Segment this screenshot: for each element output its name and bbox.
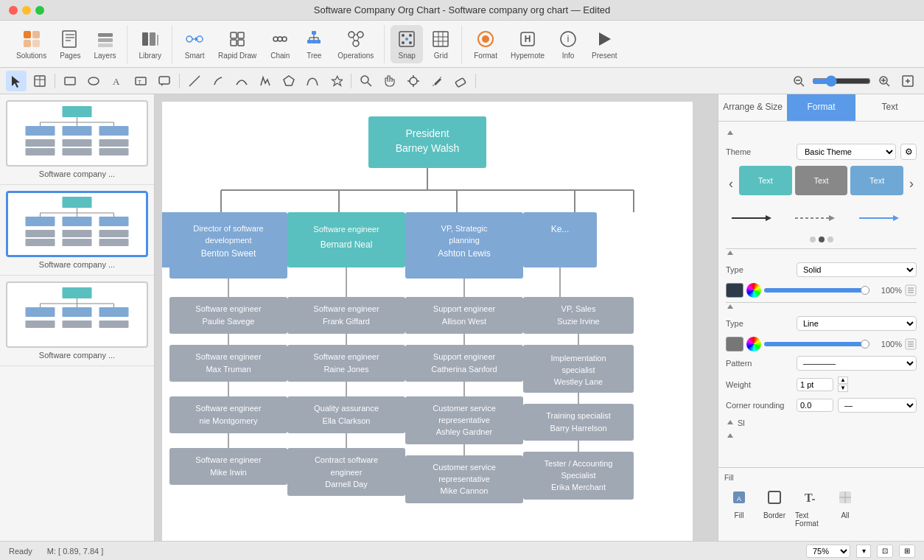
select-table-tool[interactable] bbox=[29, 71, 50, 91]
tab-arrange-size[interactable]: Arrange & Size bbox=[718, 94, 787, 121]
tab-format[interactable]: Format bbox=[787, 94, 855, 121]
svg-rect-117 bbox=[63, 230, 92, 237]
maximize-button[interactable] bbox=[35, 6, 44, 15]
svg-text:Max Truman: Max Truman bbox=[206, 365, 251, 374]
solutions-button[interactable]: Solutions bbox=[10, 25, 52, 63]
zoom-out-button[interactable] bbox=[788, 71, 809, 91]
page-thumb-1[interactable]: Software company ... bbox=[0, 94, 154, 185]
weight-input[interactable]: 1 pt bbox=[797, 378, 833, 391]
present-button[interactable]: Present bbox=[586, 25, 623, 63]
border-button[interactable]: Border bbox=[760, 489, 789, 528]
svg-rect-205 bbox=[523, 404, 634, 441]
type-line-select[interactable]: Line bbox=[797, 316, 917, 331]
draw-tool[interactable] bbox=[255, 71, 276, 91]
text-box-tool[interactable]: T bbox=[130, 71, 151, 91]
fill-color-wheel[interactable] bbox=[746, 283, 761, 298]
page-thumb-3[interactable]: Software company ... bbox=[0, 276, 154, 366]
border-color-swatch[interactable] bbox=[726, 337, 743, 351]
rectangle-tool[interactable] bbox=[60, 71, 80, 91]
text-tool[interactable]: A bbox=[107, 71, 127, 91]
corner-rounding-unit-select[interactable]: — bbox=[838, 398, 917, 413]
arrow-preview-3 bbox=[856, 207, 914, 229]
zoom-in-button[interactable] bbox=[874, 71, 895, 91]
page-thumb-2[interactable]: Software company ... bbox=[0, 185, 154, 276]
snap-button[interactable]: Snap bbox=[391, 25, 423, 63]
rapid-draw-button[interactable]: Rapid Draw bbox=[212, 25, 262, 63]
svg-text:T: T bbox=[138, 79, 141, 85]
hand-tool[interactable] bbox=[379, 71, 400, 91]
arc-tool[interactable] bbox=[231, 71, 252, 91]
svg-text:Software engineer: Software engineer bbox=[313, 352, 379, 361]
grid-button[interactable]: Grid bbox=[424, 25, 457, 63]
fill-color-swatch[interactable] bbox=[726, 283, 743, 298]
type-solid-select[interactable]: Solid bbox=[797, 262, 917, 277]
present-label: Present bbox=[592, 52, 617, 60]
format-toolbar-button[interactable]: Format bbox=[468, 25, 503, 63]
theme-box-3[interactable]: Text bbox=[850, 166, 903, 195]
fill-button[interactable]: A Fill bbox=[724, 489, 754, 528]
info-button[interactable]: i Info bbox=[552, 25, 584, 63]
zoom-stepper[interactable]: ▾ bbox=[856, 545, 871, 558]
svg-text:Quality assurance: Quality assurance bbox=[314, 404, 379, 413]
fit-page-button[interactable]: ⊡ bbox=[877, 545, 893, 558]
svg-text:Erika Merchant: Erika Merchant bbox=[551, 483, 606, 491]
text-format-button[interactable]: T Text Format bbox=[795, 489, 825, 528]
polygon-tool[interactable] bbox=[279, 71, 299, 91]
move-tool[interactable] bbox=[403, 71, 424, 91]
pattern-select[interactable]: ———— - - - - · · · · bbox=[797, 356, 917, 371]
theme-prev-button[interactable]: ‹ bbox=[726, 176, 736, 192]
zoom-select[interactable]: 75% 50% 100% 150% bbox=[806, 545, 850, 558]
grid-toggle-button[interactable]: ⊞ bbox=[899, 545, 915, 558]
fill-opacity-slider[interactable] bbox=[764, 288, 869, 293]
svg-rect-248 bbox=[769, 491, 780, 503]
svg-rect-13 bbox=[157, 35, 158, 46]
special-tool[interactable] bbox=[326, 71, 346, 91]
svg-text:Support engineer: Support engineer bbox=[433, 304, 496, 313]
theme-next-button[interactable]: › bbox=[906, 176, 917, 192]
svg-text:Customer service: Customer service bbox=[433, 463, 496, 472]
theme-settings-button[interactable]: ⚙ bbox=[900, 144, 917, 160]
close-button[interactable] bbox=[9, 6, 18, 15]
smart-button[interactable]: Smart bbox=[178, 25, 211, 63]
comment-tool[interactable] bbox=[154, 71, 175, 91]
layers-button[interactable]: Layers bbox=[88, 25, 122, 63]
right-panel-tabs: Arrange & Size Format Text bbox=[718, 94, 924, 122]
search-tool[interactable] bbox=[356, 71, 377, 91]
minimize-button[interactable] bbox=[22, 6, 31, 15]
border-color-wheel[interactable] bbox=[746, 337, 761, 351]
border-opacity-stepper[interactable] bbox=[905, 338, 917, 350]
tab-text[interactable]: Text bbox=[855, 94, 924, 121]
canvas-area[interactable]: President Barney Walsh Software engineer bbox=[155, 94, 718, 541]
tree-button[interactable]: Tree bbox=[298, 25, 330, 63]
eraser-tool[interactable] bbox=[450, 71, 471, 91]
canvas-scroll[interactable]: President Barney Walsh Software engineer bbox=[155, 94, 718, 541]
line-tool[interactable] bbox=[184, 71, 205, 91]
thumb-preview-2 bbox=[6, 191, 148, 257]
weight-stepper[interactable]: ▲ ▼ bbox=[838, 377, 848, 392]
all-button[interactable]: All bbox=[830, 489, 860, 528]
thumb-preview-1 bbox=[6, 100, 148, 167]
bezier-tool[interactable] bbox=[302, 71, 323, 91]
pencil-tool[interactable] bbox=[427, 71, 447, 91]
theme-box-1[interactable]: Text bbox=[739, 166, 792, 195]
border-opacity-slider[interactable] bbox=[764, 342, 869, 346]
zoom-fit-button[interactable] bbox=[897, 71, 918, 91]
ellipse-tool[interactable] bbox=[83, 71, 104, 91]
operations-icon bbox=[346, 29, 366, 49]
svg-text:A: A bbox=[113, 76, 120, 87]
fill-opacity-stepper[interactable] bbox=[905, 284, 917, 296]
tree-icon bbox=[304, 29, 324, 49]
library-button[interactable]: Library bbox=[133, 25, 168, 63]
zoom-slider[interactable] bbox=[812, 75, 871, 87]
chain-button[interactable]: Chain bbox=[264, 25, 296, 63]
svg-text:Raine Jones: Raine Jones bbox=[323, 365, 369, 374]
pages-button[interactable]: Pages bbox=[54, 25, 86, 63]
theme-box-2[interactable]: Text bbox=[795, 166, 848, 195]
svg-text:Mike Irwin: Mike Irwin bbox=[210, 468, 247, 477]
hypernote-button[interactable]: H Hypernote bbox=[505, 25, 550, 63]
operations-button[interactable]: Operations bbox=[332, 25, 379, 63]
select-tool[interactable] bbox=[6, 71, 27, 91]
pen-tool[interactable] bbox=[208, 71, 228, 91]
theme-select[interactable]: Basic Theme bbox=[797, 144, 896, 160]
corner-rounding-input[interactable]: 0.0 bbox=[797, 399, 833, 412]
